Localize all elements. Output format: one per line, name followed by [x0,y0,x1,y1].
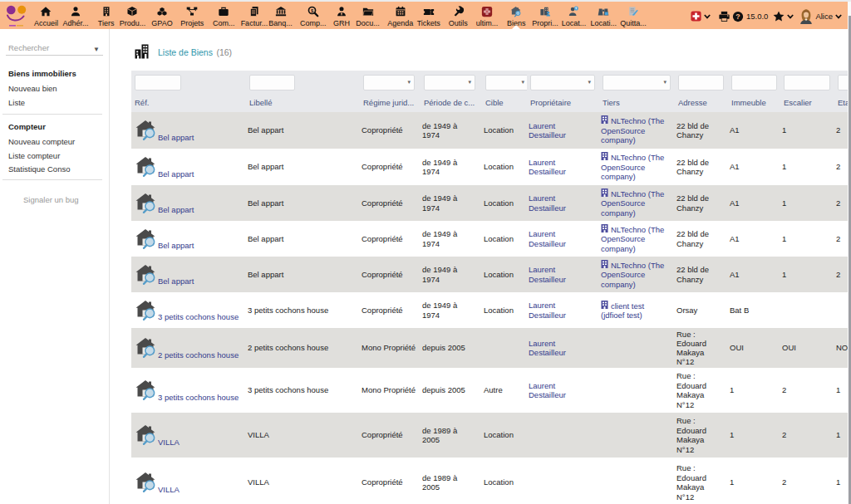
svg-text:$: $ [311,8,314,13]
svg-text:?: ? [735,12,740,21]
